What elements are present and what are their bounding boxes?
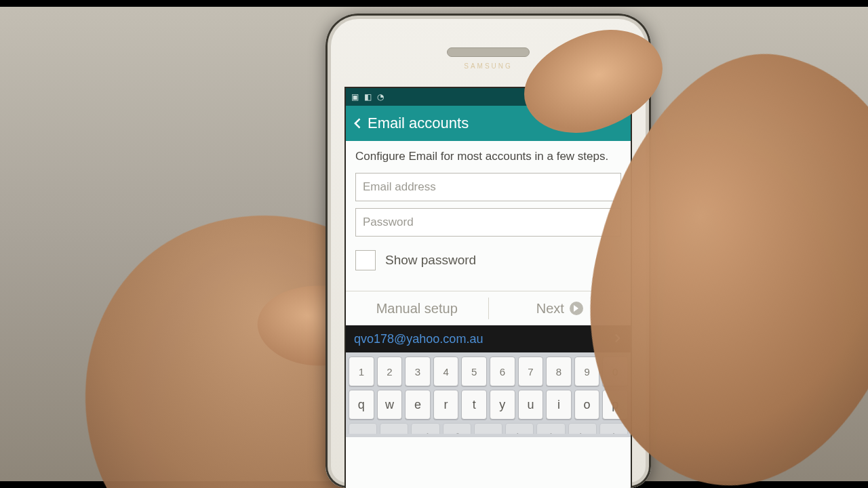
next-label: Next xyxy=(536,301,564,317)
keyboard-key[interactable]: a xyxy=(349,423,377,434)
back-icon[interactable] xyxy=(351,117,363,130)
manual-setup-button[interactable]: Manual setup xyxy=(346,301,488,317)
keyboard-key[interactable]: h xyxy=(505,423,534,434)
keyboard: 1234567890 qwertyuiop asdfghjkl xyxy=(346,352,631,437)
keyboard-key[interactable]: q xyxy=(349,390,374,420)
keyboard-key[interactable]: 8 xyxy=(546,357,572,386)
keyboard-key[interactable]: 3 xyxy=(405,357,431,386)
brand-label: SAMSUNG xyxy=(464,62,513,70)
notification-icon: ▣ xyxy=(350,92,359,102)
keyboard-key[interactable]: 7 xyxy=(518,357,544,386)
keyboard-key[interactable]: 2 xyxy=(377,357,403,386)
keyboard-key[interactable]: t xyxy=(461,390,487,420)
keyboard-suggestion[interactable]: qvo178@yahoo.com.au xyxy=(354,332,483,346)
keyboard-key[interactable]: u xyxy=(518,390,544,420)
keyboard-key[interactable]: f xyxy=(443,423,471,434)
keyboard-key[interactable]: 4 xyxy=(433,357,459,386)
keyboard-key[interactable]: j xyxy=(536,423,565,434)
keyboard-row-partial: asdfghjkl xyxy=(349,423,628,434)
keyboard-key[interactable]: k xyxy=(568,423,597,434)
show-password-checkbox[interactable] xyxy=(355,250,376,270)
keyboard-key[interactable]: i xyxy=(546,390,572,420)
keyboard-key[interactable]: d xyxy=(411,423,439,434)
keyboard-key[interactable]: 6 xyxy=(490,357,515,386)
keyboard-key[interactable]: o xyxy=(574,390,600,420)
password-field[interactable] xyxy=(355,208,621,237)
show-password-row[interactable]: Show password xyxy=(355,250,621,270)
speaker-grill xyxy=(447,47,530,57)
notification-icon: ◔ xyxy=(376,92,385,102)
phone-screen: ▣ ◧ ◔ ⏰ 82% 10:5 xyxy=(344,87,632,488)
keyboard-key[interactable]: e xyxy=(405,390,431,420)
keyboard-key[interactable]: 1 xyxy=(349,357,374,386)
keyboard-suggestion-bar[interactable]: qvo178@yahoo.com.au xyxy=(346,325,631,352)
instructions-text: Configure Email for most accounts in a f… xyxy=(355,149,621,163)
manual-setup-label: Manual setup xyxy=(376,301,458,317)
keyboard-key[interactable]: 5 xyxy=(461,357,487,386)
keyboard-key[interactable]: r xyxy=(433,390,459,420)
keyboard-row-top: qwertyuiop xyxy=(349,390,628,420)
keyboard-key[interactable]: y xyxy=(490,390,515,420)
keyboard-key[interactable]: s xyxy=(380,423,408,434)
email-field[interactable] xyxy=(355,173,621,201)
content-area: Configure Email for most accounts in a f… xyxy=(346,141,631,270)
keyboard-row-numbers: 1234567890 xyxy=(349,357,628,386)
bottom-button-bar: Manual setup Next xyxy=(346,291,631,325)
notification-icon: ◧ xyxy=(363,92,372,102)
letterbox xyxy=(0,0,868,7)
keyboard-key[interactable]: w xyxy=(377,390,403,420)
page-title: Email accounts xyxy=(368,115,469,132)
chevron-right-icon xyxy=(570,302,583,315)
keyboard-key[interactable]: g xyxy=(474,423,502,434)
show-password-label: Show password xyxy=(385,253,476,268)
